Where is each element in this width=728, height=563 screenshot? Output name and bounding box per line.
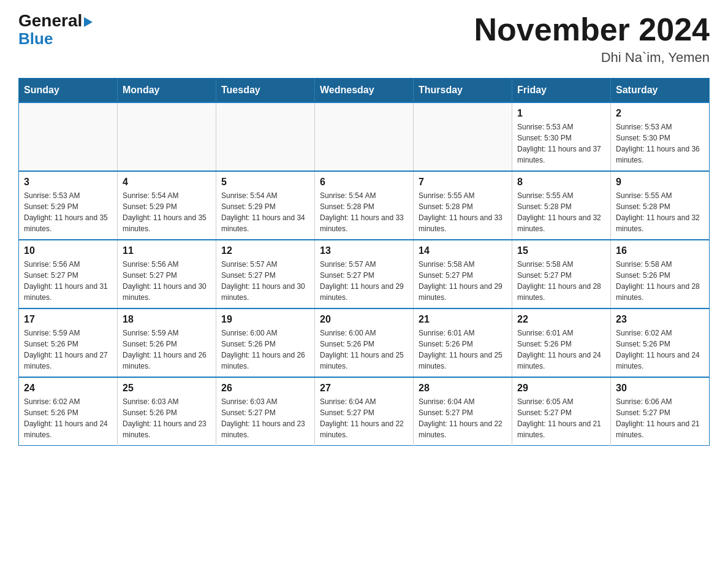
logo: General Blue [18, 12, 93, 48]
day-number: 3 [24, 177, 112, 188]
calendar-cell: 7Sunrise: 5:55 AMSunset: 5:28 PMDaylight… [414, 171, 512, 240]
calendar-cell: 2Sunrise: 5:53 AMSunset: 5:30 PMDaylight… [611, 102, 710, 171]
calendar-cell: 20Sunrise: 6:00 AMSunset: 5:26 PMDayligh… [315, 308, 414, 377]
day-info: Sunrise: 6:01 AMSunset: 5:26 PMDaylight:… [517, 327, 605, 372]
calendar-cell: 1Sunrise: 5:53 AMSunset: 5:30 PMDaylight… [512, 102, 611, 171]
day-number: 25 [123, 383, 211, 394]
day-number: 22 [517, 314, 605, 325]
calendar-cell: 9Sunrise: 5:55 AMSunset: 5:28 PMDaylight… [611, 171, 710, 240]
day-number: 8 [517, 177, 605, 188]
day-number: 2 [616, 108, 704, 119]
day-info: Sunrise: 6:04 AMSunset: 5:27 PMDaylight:… [320, 396, 408, 440]
day-number: 4 [123, 177, 211, 188]
calendar-cell: 4Sunrise: 5:54 AMSunset: 5:29 PMDaylight… [118, 171, 216, 240]
day-info: Sunrise: 5:58 AMSunset: 5:26 PMDaylight:… [616, 259, 704, 303]
calendar-cell [414, 102, 512, 171]
calendar-cell: 16Sunrise: 5:58 AMSunset: 5:26 PMDayligh… [611, 240, 710, 308]
day-info: Sunrise: 5:55 AMSunset: 5:28 PMDaylight:… [616, 190, 704, 234]
calendar-week-3: 10Sunrise: 5:56 AMSunset: 5:27 PMDayligh… [19, 240, 710, 308]
logo-blue: Blue [18, 29, 53, 48]
day-info: Sunrise: 6:00 AMSunset: 5:26 PMDaylight:… [320, 327, 408, 372]
calendar-cell: 29Sunrise: 6:05 AMSunset: 5:27 PMDayligh… [512, 377, 611, 446]
day-info: Sunrise: 6:00 AMSunset: 5:26 PMDaylight:… [221, 327, 309, 372]
calendar-cell: 5Sunrise: 5:54 AMSunset: 5:29 PMDaylight… [216, 171, 315, 240]
calendar-cell: 19Sunrise: 6:00 AMSunset: 5:26 PMDayligh… [216, 308, 315, 377]
header-monday: Monday [118, 79, 216, 103]
day-number: 20 [320, 314, 408, 325]
calendar-cell: 14Sunrise: 5:58 AMSunset: 5:27 PMDayligh… [414, 240, 512, 308]
day-number: 1 [517, 108, 605, 119]
calendar-cell: 23Sunrise: 6:02 AMSunset: 5:26 PMDayligh… [611, 308, 710, 377]
day-info: Sunrise: 5:57 AMSunset: 5:27 PMDaylight:… [221, 259, 309, 303]
calendar-cell: 27Sunrise: 6:04 AMSunset: 5:27 PMDayligh… [315, 377, 414, 446]
calendar-week-5: 24Sunrise: 6:02 AMSunset: 5:26 PMDayligh… [19, 377, 710, 446]
day-number: 17 [24, 314, 112, 325]
calendar-cell: 18Sunrise: 5:59 AMSunset: 5:26 PMDayligh… [118, 308, 216, 377]
day-info: Sunrise: 6:06 AMSunset: 5:27 PMDaylight:… [616, 396, 704, 440]
day-info: Sunrise: 5:55 AMSunset: 5:28 PMDaylight:… [419, 190, 507, 234]
calendar-cell: 25Sunrise: 6:03 AMSunset: 5:26 PMDayligh… [118, 377, 216, 446]
header-thursday: Thursday [414, 79, 512, 103]
day-info: Sunrise: 5:58 AMSunset: 5:27 PMDaylight:… [517, 259, 605, 303]
day-info: Sunrise: 5:59 AMSunset: 5:26 PMDaylight:… [123, 327, 211, 372]
calendar-week-4: 17Sunrise: 5:59 AMSunset: 5:26 PMDayligh… [19, 308, 710, 377]
calendar-cell: 13Sunrise: 5:57 AMSunset: 5:27 PMDayligh… [315, 240, 414, 308]
day-info: Sunrise: 5:55 AMSunset: 5:28 PMDaylight:… [517, 190, 605, 234]
day-info: Sunrise: 6:01 AMSunset: 5:26 PMDaylight:… [419, 327, 507, 372]
calendar-cell: 30Sunrise: 6:06 AMSunset: 5:27 PMDayligh… [611, 377, 710, 446]
day-number: 29 [517, 383, 605, 394]
calendar-cell: 28Sunrise: 6:04 AMSunset: 5:27 PMDayligh… [414, 377, 512, 446]
day-info: Sunrise: 5:56 AMSunset: 5:27 PMDaylight:… [24, 259, 112, 303]
day-info: Sunrise: 5:53 AMSunset: 5:30 PMDaylight:… [517, 121, 605, 166]
location: Dhi Na`im, Yemen [474, 50, 710, 66]
title-section: November 2024 Dhi Na`im, Yemen [474, 12, 710, 66]
day-info: Sunrise: 6:02 AMSunset: 5:26 PMDaylight:… [24, 396, 112, 440]
day-number: 18 [123, 314, 211, 325]
day-info: Sunrise: 5:58 AMSunset: 5:27 PMDaylight:… [419, 259, 507, 303]
calendar-week-2: 3Sunrise: 5:53 AMSunset: 5:29 PMDaylight… [19, 171, 710, 240]
day-info: Sunrise: 5:54 AMSunset: 5:29 PMDaylight:… [123, 190, 211, 234]
day-info: Sunrise: 6:04 AMSunset: 5:27 PMDaylight:… [419, 396, 507, 440]
calendar-cell: 3Sunrise: 5:53 AMSunset: 5:29 PMDaylight… [19, 171, 118, 240]
day-info: Sunrise: 5:54 AMSunset: 5:29 PMDaylight:… [221, 190, 309, 234]
calendar-cell: 12Sunrise: 5:57 AMSunset: 5:27 PMDayligh… [216, 240, 315, 308]
day-info: Sunrise: 6:02 AMSunset: 5:26 PMDaylight:… [616, 327, 704, 372]
logo-general: General [18, 12, 93, 29]
day-info: Sunrise: 5:53 AMSunset: 5:30 PMDaylight:… [616, 121, 704, 166]
day-number: 24 [24, 383, 112, 394]
day-number: 21 [419, 314, 507, 325]
logo-blue-text: Blue [18, 29, 53, 48]
day-number: 19 [221, 314, 309, 325]
calendar-cell: 6Sunrise: 5:54 AMSunset: 5:28 PMDaylight… [315, 171, 414, 240]
day-info: Sunrise: 6:03 AMSunset: 5:26 PMDaylight:… [123, 396, 211, 440]
day-number: 13 [320, 245, 408, 256]
calendar-cell: 22Sunrise: 6:01 AMSunset: 5:26 PMDayligh… [512, 308, 611, 377]
calendar-week-1: 1Sunrise: 5:53 AMSunset: 5:30 PMDaylight… [19, 102, 710, 171]
header-wednesday: Wednesday [315, 79, 414, 103]
day-number: 23 [616, 314, 704, 325]
calendar-cell: 26Sunrise: 6:03 AMSunset: 5:27 PMDayligh… [216, 377, 315, 446]
day-number: 12 [221, 245, 309, 256]
calendar-cell: 8Sunrise: 5:55 AMSunset: 5:28 PMDaylight… [512, 171, 611, 240]
header-sunday: Sunday [19, 79, 118, 103]
day-info: Sunrise: 5:57 AMSunset: 5:27 PMDaylight:… [320, 259, 408, 303]
calendar: Sunday Monday Tuesday Wednesday Thursday… [18, 78, 710, 446]
day-info: Sunrise: 5:59 AMSunset: 5:26 PMDaylight:… [24, 327, 112, 372]
weekday-header-row: Sunday Monday Tuesday Wednesday Thursday… [19, 79, 710, 103]
day-info: Sunrise: 6:03 AMSunset: 5:27 PMDaylight:… [221, 396, 309, 440]
day-number: 15 [517, 245, 605, 256]
day-info: Sunrise: 5:53 AMSunset: 5:29 PMDaylight:… [24, 190, 112, 234]
calendar-cell: 10Sunrise: 5:56 AMSunset: 5:27 PMDayligh… [19, 240, 118, 308]
header-tuesday: Tuesday [216, 79, 315, 103]
day-number: 5 [221, 177, 309, 188]
calendar-cell [315, 102, 414, 171]
day-number: 30 [616, 383, 704, 394]
header-saturday: Saturday [611, 79, 710, 103]
day-info: Sunrise: 5:56 AMSunset: 5:27 PMDaylight:… [123, 259, 211, 303]
day-number: 28 [419, 383, 507, 394]
day-info: Sunrise: 5:54 AMSunset: 5:28 PMDaylight:… [320, 190, 408, 234]
calendar-cell: 17Sunrise: 5:59 AMSunset: 5:26 PMDayligh… [19, 308, 118, 377]
day-number: 7 [419, 177, 507, 188]
calendar-cell: 11Sunrise: 5:56 AMSunset: 5:27 PMDayligh… [118, 240, 216, 308]
calendar-cell: 24Sunrise: 6:02 AMSunset: 5:26 PMDayligh… [19, 377, 118, 446]
